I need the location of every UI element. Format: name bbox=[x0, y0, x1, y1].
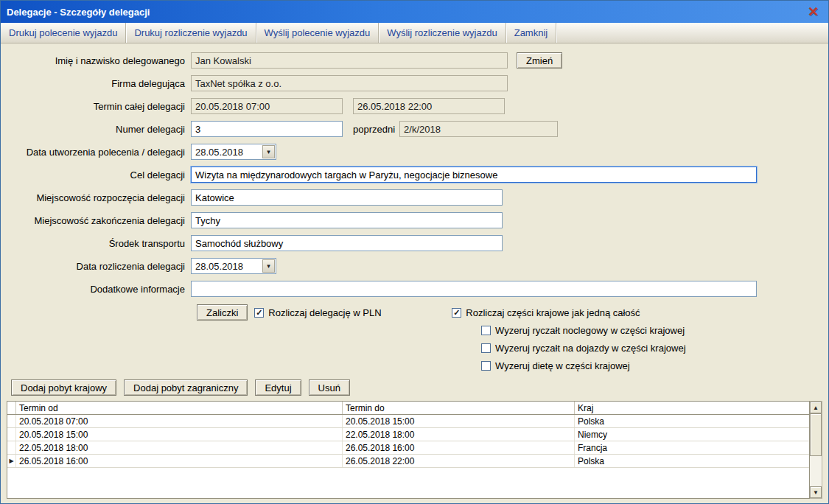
scroll-up-icon[interactable]: ▲ bbox=[810, 402, 822, 413]
checkbox-zero-lodging-lump-sum[interactable]: ✓ Wyzeruj ryczałt noclegowy w części kra… bbox=[481, 325, 685, 336]
titlebar: Delegacje - Szczegóły delegacji ✕ bbox=[1, 1, 828, 23]
term-label: Termin całej delegacji bbox=[1, 101, 185, 112]
toolbar-print-settlement-button[interactable]: Drukuj rozliczenie wyjazdu bbox=[126, 23, 256, 43]
toolbar-send-settlement-button[interactable]: Wyślij rozliczenie wyjazdu bbox=[379, 23, 506, 43]
form-row-additional-info: Dodatkowe informacje bbox=[1, 281, 828, 297]
toolbar: Drukuj polecenie wyjazdu Drukuj rozlicze… bbox=[1, 23, 828, 43]
toolbar-print-order-button[interactable]: Drukuj polecenie wyjazdu bbox=[1, 23, 126, 43]
form-row-company: Firma delegująca TaxNet spółka z o.o. bbox=[1, 75, 828, 91]
checkbox-label: Wyzeruj dietę w części krajowej bbox=[495, 360, 630, 371]
check-icon: ✓ bbox=[453, 309, 460, 317]
edit-button[interactable]: Edytuj bbox=[255, 379, 301, 396]
scrollbar-track[interactable] bbox=[810, 413, 822, 486]
settlement-date-label: Data rozliczenia delegacji bbox=[1, 261, 185, 272]
checkbox-icon: ✓ bbox=[254, 308, 264, 318]
column-header-kraj: Kraj bbox=[575, 402, 809, 414]
checkbox-domestic-as-whole[interactable]: ✓ Rozliczaj części krajowe jak jedną cał… bbox=[452, 307, 640, 318]
delete-button[interactable]: Usuń bbox=[309, 379, 350, 396]
form-row-transport: Środek transportu bbox=[1, 235, 828, 251]
form-row-delegate: Imię i nazwisko delegowanego Jan Kowalsk… bbox=[1, 52, 828, 69]
options-sub-row: ✓ Wyzeruj ryczałt na dojazdy w części kr… bbox=[481, 339, 828, 357]
stays-grid-area: Termin od Termin do Kraj 20.05.2018 07:0… bbox=[7, 401, 822, 499]
stays-grid: Termin od Termin do Kraj 20.05.2018 07:0… bbox=[7, 401, 810, 499]
scroll-down-icon[interactable]: ▼ bbox=[810, 486, 822, 498]
cell-kraj: Francja bbox=[575, 441, 809, 454]
end-city-input[interactable] bbox=[191, 212, 503, 228]
additional-info-label: Dodatkowe informacje bbox=[1, 284, 185, 295]
cell-termin-do: 20.05.2018 15:00 bbox=[343, 415, 575, 427]
table-row[interactable]: 26.05.2018 16:00 26.05.2018 22:00 Polska bbox=[7, 455, 809, 468]
options-block: Zaliczki ✓ Rozliczaj delegację w PLN ✓ R… bbox=[197, 304, 828, 374]
table-row[interactable]: 20.05.2018 07:00 20.05.2018 15:00 Polska bbox=[7, 415, 809, 428]
add-foreign-stay-button[interactable]: Dodaj pobyt zagraniczny bbox=[124, 379, 248, 396]
column-header-termin-do: Termin do bbox=[343, 402, 575, 414]
grid-header: Termin od Termin do Kraj bbox=[7, 402, 809, 415]
creation-date-label: Data utworzenia polecenia / delegacji bbox=[1, 147, 185, 158]
end-city-label: Miejscowość zakończenia delegacji bbox=[1, 215, 185, 226]
cell-termin-do: 22.05.2018 18:00 bbox=[343, 428, 575, 441]
chevron-down-icon[interactable]: ▾ bbox=[262, 145, 275, 158]
chevron-down-icon[interactable]: ▾ bbox=[262, 259, 275, 273]
cell-termin-od: 20.05.2018 15:00 bbox=[16, 428, 343, 441]
row-indicator bbox=[7, 455, 16, 467]
row-indicator-header bbox=[7, 402, 16, 414]
additional-info-input[interactable] bbox=[191, 281, 757, 297]
company-field: TaxNet spółka z o.o. bbox=[191, 75, 508, 91]
table-row[interactable]: 20.05.2018 15:00 22.05.2018 18:00 Niemcy bbox=[7, 428, 809, 441]
number-label: Numer delegacji bbox=[1, 124, 185, 135]
checkbox-settle-in-pln[interactable]: ✓ Rozliczaj delegację w PLN bbox=[254, 307, 452, 318]
form-row-creation-date: Data utworzenia polecenia / delegacji 28… bbox=[1, 144, 828, 160]
creation-date-select[interactable]: 28.05.2018 ▾ bbox=[191, 144, 276, 160]
previous-number-label: poprzedni bbox=[353, 124, 395, 135]
previous-number-field: 2/k/2018 bbox=[399, 121, 558, 137]
check-icon: ✓ bbox=[256, 309, 262, 317]
advances-button[interactable]: Zaliczki bbox=[197, 304, 248, 321]
checkbox-icon: ✓ bbox=[481, 361, 491, 371]
change-delegate-button[interactable]: Zmień bbox=[517, 52, 562, 69]
options-sub-row: ✓ Wyzeruj ryczałt noclegowy w części kra… bbox=[481, 321, 828, 339]
cell-kraj: Polska bbox=[575, 455, 809, 467]
creation-date-value: 28.05.2018 bbox=[192, 147, 262, 158]
delegate-name-field: Jan Kowalski bbox=[191, 52, 508, 69]
form-row-term: Termin całej delegacji 20.05.2018 07:00 … bbox=[1, 98, 828, 114]
term-from-field: 20.05.2018 07:00 bbox=[191, 98, 343, 114]
scrollbar-thumb[interactable] bbox=[810, 413, 822, 456]
form-row-start-city: Miejscowość rozpoczęcia delegacji bbox=[1, 189, 828, 206]
actions-row: Dodaj pobyt krajowy Dodaj pobyt zagranic… bbox=[11, 379, 828, 396]
delegate-label: Imię i nazwisko delegowanego bbox=[1, 55, 185, 66]
cell-termin-od: 26.05.2018 16:00 bbox=[16, 455, 343, 467]
add-domestic-stay-button[interactable]: Dodaj pobyt krajowy bbox=[11, 379, 116, 396]
row-indicator bbox=[7, 441, 16, 454]
vertical-scrollbar[interactable]: ▲ ▼ bbox=[810, 401, 822, 499]
checkbox-zero-commute-lump-sum[interactable]: ✓ Wyzeruj ryczałt na dojazdy w części kr… bbox=[481, 343, 686, 354]
options-sub-row: ✓ Wyzeruj dietę w części krajowej bbox=[481, 357, 828, 374]
checkbox-icon: ✓ bbox=[481, 343, 491, 353]
purpose-label: Cel delegacji bbox=[1, 169, 185, 181]
company-label: Firma delegująca bbox=[1, 78, 185, 89]
delegation-form: Imię i nazwisko delegowanego Jan Kowalsk… bbox=[1, 43, 828, 374]
cell-termin-od: 22.05.2018 18:00 bbox=[16, 441, 343, 454]
cell-termin-do: 26.05.2018 16:00 bbox=[343, 441, 575, 454]
options-row: Zaliczki ✓ Rozliczaj delegację w PLN ✓ R… bbox=[197, 304, 828, 321]
toolbar-close-button[interactable]: Zamknij bbox=[506, 23, 557, 43]
form-row-purpose: Cel delegacji bbox=[1, 167, 828, 183]
delegation-number-input[interactable] bbox=[191, 121, 343, 137]
cell-termin-od: 20.05.2018 07:00 bbox=[16, 415, 343, 427]
row-indicator bbox=[7, 415, 16, 427]
transport-input[interactable] bbox=[191, 235, 503, 251]
transport-label: Środek transportu bbox=[1, 238, 185, 249]
checkbox-label: Wyzeruj ryczałt noclegowy w części krajo… bbox=[495, 325, 685, 336]
start-city-label: Miejscowość rozpoczęcia delegacji bbox=[1, 192, 185, 203]
settlement-date-select[interactable]: 28.05.2018 ▾ bbox=[191, 258, 276, 274]
start-city-input[interactable] bbox=[191, 189, 503, 206]
checkbox-icon: ✓ bbox=[481, 326, 491, 335]
delegation-details-window: Delegacje - Szczegóły delegacji ✕ Drukuj… bbox=[0, 0, 829, 504]
window-title: Delegacje - Szczegóły delegacji bbox=[7, 7, 804, 18]
purpose-input[interactable] bbox=[191, 167, 757, 183]
table-row[interactable]: 22.05.2018 18:00 26.05.2018 16:00 Francj… bbox=[7, 441, 809, 455]
close-icon[interactable]: ✕ bbox=[804, 5, 822, 18]
toolbar-send-order-button[interactable]: Wyślij polecenie wyjazdu bbox=[256, 23, 379, 43]
row-indicator bbox=[7, 428, 16, 441]
checkbox-zero-diet[interactable]: ✓ Wyzeruj dietę w części krajowej bbox=[481, 360, 630, 371]
cell-kraj: Polska bbox=[575, 415, 809, 427]
